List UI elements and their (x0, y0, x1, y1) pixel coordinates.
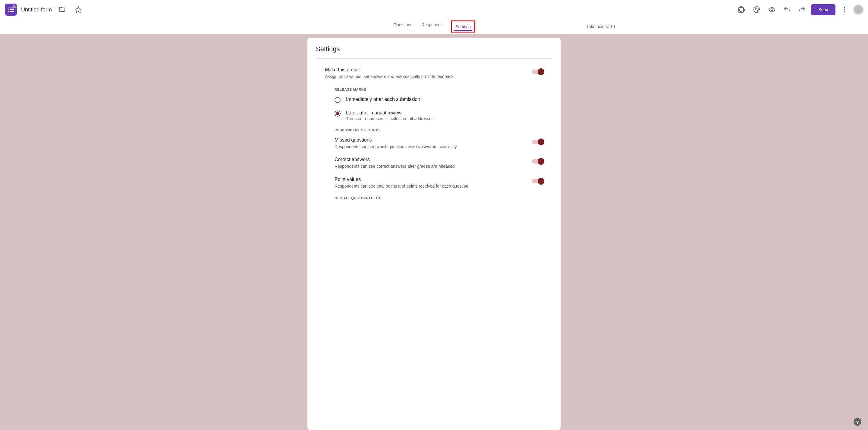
setting-desc: Respondents can see which questions were… (335, 144, 532, 150)
star-icon[interactable] (72, 4, 84, 16)
radio-icon[interactable] (335, 110, 341, 117)
setting-title: Make this a quiz (325, 67, 532, 73)
radio-label: Immediately after each submission (346, 97, 552, 102)
toggle-missed-questions[interactable] (532, 140, 543, 144)
radio-label: Later, after manual review (346, 110, 552, 115)
settings-card: Settings Make this a quiz Assign point v… (307, 38, 561, 430)
setting-title: Missed questions (335, 137, 532, 143)
tabs: Questions Responses Settings (393, 21, 475, 33)
tab-responses[interactable]: Responses (421, 21, 443, 33)
header-right: Send (736, 4, 863, 16)
preview-icon[interactable] (766, 4, 778, 16)
section-release-marks: RELEASE MARKS (316, 88, 552, 97)
setting-make-quiz: Make this a quiz Assign point values, se… (316, 67, 552, 88)
tab-settings[interactable]: Settings (451, 21, 475, 33)
svg-point-4 (844, 7, 845, 8)
setting-title: Point values (335, 177, 532, 182)
radio-icon[interactable] (335, 97, 341, 103)
radio-later[interactable]: Later, after manual review Turns on resp… (316, 110, 552, 128)
tab-questions[interactable]: Questions (393, 21, 413, 33)
total-points-label: Total points: 10 (587, 24, 615, 29)
section-global-defaults: GLOBAL QUIZ DEFAULTS (316, 196, 552, 201)
setting-correct-answers: Correct answers Respondents can see corr… (316, 157, 552, 177)
divider (316, 58, 552, 59)
toggle-make-quiz[interactable] (532, 70, 543, 74)
setting-desc: Assign point values, set answers and aut… (325, 74, 532, 80)
svg-point-5 (844, 9, 845, 10)
folder-icon[interactable] (56, 4, 68, 16)
undo-icon[interactable] (781, 4, 793, 16)
palette-icon[interactable] (751, 4, 763, 16)
header-left: Untitled form (5, 4, 84, 16)
svg-point-6 (844, 11, 845, 12)
send-button[interactable]: Send (811, 4, 835, 15)
svg-point-0 (755, 9, 755, 9)
page-body: Settings Make this a quiz Assign point v… (0, 34, 868, 430)
more-vert-icon[interactable] (838, 4, 850, 16)
section-respondent: RESPONDENT SETTINGS (316, 128, 552, 137)
setting-point-values: Point values Respondents can see total p… (316, 177, 552, 197)
form-title[interactable]: Untitled form (21, 7, 52, 13)
setting-title: Correct answers (335, 157, 532, 162)
toggle-correct-answers[interactable] (532, 159, 543, 164)
setting-desc: Respondents can see total points and poi… (335, 184, 532, 189)
setting-desc: Respondents can see correct answers afte… (335, 164, 532, 169)
redo-icon[interactable] (796, 4, 808, 16)
toggle-point-values[interactable] (532, 179, 543, 184)
help-button[interactable]: ? (854, 418, 861, 426)
svg-point-2 (758, 9, 758, 9)
addons-icon[interactable] (736, 4, 748, 16)
app-header: Untitled form Send (0, 0, 868, 19)
radio-immediate[interactable]: Immediately after each submission (316, 97, 552, 110)
svg-point-1 (756, 8, 757, 8)
setting-missed-questions: Missed questions Respondents can see whi… (316, 137, 552, 157)
radio-desc: Turns on responses → collect email addre… (346, 116, 552, 121)
card-title: Settings (316, 45, 552, 53)
account-avatar[interactable] (854, 5, 863, 14)
svg-point-3 (771, 9, 773, 10)
tabs-row: Questions Responses Settings Total point… (0, 19, 868, 34)
forms-logo-icon[interactable] (5, 4, 17, 16)
